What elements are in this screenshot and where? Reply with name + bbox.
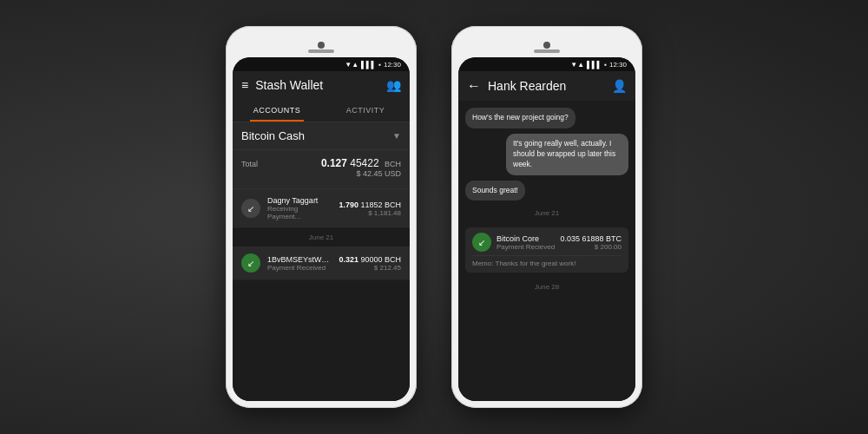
balance-usd: $ 42.45 USD: [241, 169, 401, 178]
tx-desc-1: Receiving Payment...: [267, 205, 332, 220]
balance-row: Total 0.127 45422 BCH: [241, 157, 401, 169]
tx-name-2: 1BvBMSEYstWe...NVN2: [267, 255, 332, 264]
chat-tx-details: Bitcoin Core Payment Recieved: [496, 234, 555, 251]
tx-bch-light-1: 11852: [358, 201, 383, 209]
phone-screen-1: ▼▲ ▌▌▌ ▪ 12:30 ≡ Stash Wallet 👥 ACCOUNTS…: [233, 57, 410, 401]
tx-details-2: 1BvBMSEYstWe...NVN2 Payment Received: [267, 255, 332, 272]
dropdown-arrow-icon: ▼: [392, 131, 401, 141]
tab-accounts[interactable]: ACCOUNTS: [233, 99, 321, 122]
table-row[interactable]: ↙ Dagny Taggart Receiving Payment... 1.7…: [233, 189, 410, 228]
chat-date-divider-1: June 21: [465, 206, 628, 220]
person-icon[interactable]: 👤: [612, 79, 627, 93]
table-row[interactable]: ↙ 1BvBMSEYstWe...NVN2 Payment Received 0…: [233, 247, 410, 280]
message-bubble: How's the new project going?: [465, 108, 575, 128]
tx-amounts-2: 0.321 90000 BCH $ 212.45: [339, 255, 401, 272]
tx-amounts-1: 1.790 11852 BCH $ 1,181.48: [339, 201, 401, 217]
tx-details-1: Dagny Taggart Receiving Payment...: [267, 196, 332, 220]
hamburger-icon[interactable]: ≡: [241, 78, 248, 92]
balance-area: Total 0.127 45422 BCH $ 42.45 USD: [233, 150, 410, 189]
tx-currency-2: BCH: [385, 255, 401, 264]
time-2: 12:30: [609, 61, 627, 69]
tx-bch-1: 1.790 11852 BCH: [339, 201, 401, 209]
balance-label: Total: [241, 160, 258, 168]
signal-icon-1: ▌▌▌: [361, 61, 376, 69]
wifi-icon-1: ▼▲: [345, 61, 358, 69]
chat-tx-btc: 0.035 61888 BTC: [560, 234, 621, 243]
tx-bch-bold-1: 1.790: [339, 201, 358, 209]
camera-1: [318, 42, 325, 49]
date-divider-1: June 21: [233, 228, 410, 247]
chat-tx-amounts: 0.035 61888 BTC $ 200.00: [560, 234, 621, 251]
phone-1: ▼▲ ▌▌▌ ▪ 12:30 ≡ Stash Wallet 👥 ACCOUNTS…: [226, 26, 417, 408]
wifi-icon-2: ▼▲: [570, 61, 584, 69]
app-title: Stash Wallet: [255, 78, 386, 92]
contacts-icon[interactable]: 👥: [386, 78, 401, 92]
status-bar-1: ▼▲ ▌▌▌ ▪ 12:30: [233, 57, 410, 71]
chat-date-divider-2: June 28: [465, 279, 628, 294]
message-bubble: Sounds great!: [465, 181, 525, 201]
transactions-list: ↙ Dagny Taggart Receiving Payment... 1.7…: [233, 189, 410, 401]
tab-activity[interactable]: ACTIVITY: [321, 99, 410, 122]
signal-icon-2: ▌▌▌: [587, 61, 602, 69]
camera-2: [543, 42, 550, 49]
battery-icon-1: ▪: [378, 61, 381, 69]
chat-tx-btc-light: 61888: [580, 234, 604, 243]
chat-tx-btc-bold: 0.035: [560, 234, 580, 243]
chat-header: ← Hank Rearden 👤: [458, 71, 635, 101]
tx-currency-1: BCH: [385, 201, 401, 209]
chat-tx-row: ↙ Bitcoin Core Payment Recieved 0.035 61…: [472, 233, 621, 252]
speaker-2: [534, 49, 560, 53]
chat-transaction[interactable]: ↙ Bitcoin Core Payment Recieved 0.035 61…: [465, 227, 628, 273]
balance-light: 45422: [347, 157, 379, 169]
tx-desc-2: Payment Received: [267, 264, 332, 272]
phone-bezel-top-1: [233, 33, 410, 57]
tx-usd-2: $ 212.45: [339, 264, 401, 272]
tx-bch-light-2: 90000: [358, 255, 383, 264]
tab-bar: ACCOUNTS ACTIVITY: [233, 99, 410, 122]
phone-bezel-top-2: [458, 33, 635, 57]
account-selector[interactable]: Bitcoin Cash ▼: [233, 122, 410, 150]
phone-2: ▼▲ ▌▌▌ ▪ 12:30 ← Hank Rearden 👤 How's th…: [451, 26, 642, 408]
balance-bold: 0.127: [321, 157, 347, 169]
tx-bch-bold-2: 0.321: [339, 255, 358, 264]
tx-icon-1: ↙: [241, 199, 260, 218]
tx-bch-2: 0.321 90000 BCH: [339, 255, 401, 264]
balance-amount: 0.127 45422 BCH: [321, 157, 401, 169]
tx-name-1: Dagny Taggart: [267, 196, 332, 205]
status-icons-1: ▼▲ ▌▌▌ ▪ 12:30: [345, 61, 401, 69]
app-header-1: ≡ Stash Wallet 👥: [233, 71, 410, 99]
tx-icon-2: ↙: [241, 253, 260, 273]
back-icon[interactable]: ←: [467, 78, 481, 94]
time-1: 12:30: [384, 61, 401, 69]
chat-area: How's the new project going? It's going …: [458, 101, 635, 401]
account-name: Bitcoin Cash: [241, 129, 305, 142]
chat-tx-memo: Memo: Thanks for the great work!: [472, 255, 621, 267]
status-icons-2: ▼▲ ▌▌▌ ▪ 12:30: [570, 61, 627, 69]
tx-usd-1: $ 1,181.48: [339, 209, 401, 217]
chat-tx-currency: BTC: [606, 234, 621, 243]
battery-icon-2: ▪: [604, 61, 607, 69]
chat-tx-desc: Payment Recieved: [496, 243, 555, 251]
speaker-1: [308, 49, 334, 53]
chat-tx-name: Bitcoin Core: [496, 234, 555, 243]
chat-tx-usd: $ 200.00: [560, 243, 621, 251]
balance-currency: BCH: [385, 160, 401, 168]
message-bubble: It's going really well, actually. I shou…: [506, 134, 628, 175]
chat-title: Hank Rearden: [488, 79, 612, 93]
phone-screen-2: ▼▲ ▌▌▌ ▪ 12:30 ← Hank Rearden 👤 How's th…: [458, 57, 635, 401]
chat-tx-icon: ↙: [472, 233, 491, 252]
status-bar-2: ▼▲ ▌▌▌ ▪ 12:30: [458, 57, 635, 71]
